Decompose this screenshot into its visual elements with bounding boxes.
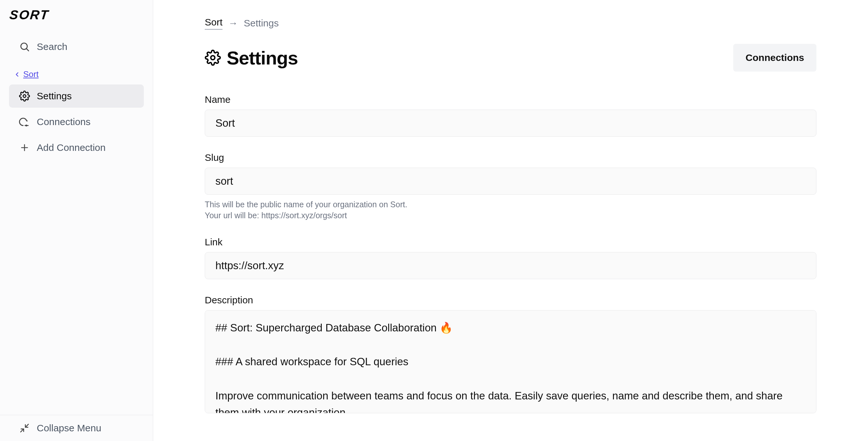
- page-header: Settings Connections: [205, 44, 816, 71]
- svg-point-0: [21, 43, 27, 50]
- gear-icon: [205, 50, 221, 66]
- field-slug: Slug This will be the public name of you…: [205, 152, 816, 221]
- gear-icon: [19, 90, 30, 102]
- sidebar-back[interactable]: Sort: [0, 68, 153, 83]
- chevron-left-icon: [13, 71, 21, 78]
- link-input[interactable]: [205, 252, 816, 279]
- slug-hint: This will be the public name of your org…: [205, 199, 816, 221]
- description-label: Description: [205, 295, 816, 306]
- app-logo: SORT: [0, 8, 154, 32]
- cloud-icon: [19, 116, 30, 128]
- connections-button[interactable]: Connections: [733, 44, 816, 71]
- svg-line-1: [27, 49, 29, 51]
- svg-line-6: [26, 424, 28, 427]
- sidebar-item-connections[interactable]: Connections: [9, 110, 144, 133]
- collapse-icon: [19, 422, 30, 434]
- name-input[interactable]: [205, 109, 816, 137]
- sidebar: SORT Search Sort Settings Connections Ad…: [0, 0, 153, 441]
- svg-point-8: [211, 56, 215, 60]
- page-title: Settings: [227, 47, 298, 69]
- search-icon: [19, 41, 30, 53]
- sidebar-connections-label: Connections: [37, 116, 91, 127]
- sidebar-back-link[interactable]: Sort: [23, 69, 39, 79]
- svg-point-3: [26, 125, 27, 126]
- collapse-menu-label: Collapse Menu: [37, 422, 101, 434]
- main-content: Sort → Settings Settings Connections Nam…: [153, 0, 868, 428]
- slug-input[interactable]: [205, 168, 816, 195]
- breadcrumb: Sort → Settings: [205, 17, 816, 30]
- sidebar-add-connection-label: Add Connection: [37, 142, 106, 153]
- field-description: Description: [205, 295, 816, 415]
- field-link: Link: [205, 237, 816, 279]
- sidebar-item-settings[interactable]: Settings: [9, 85, 144, 108]
- breadcrumb-current: Settings: [244, 18, 279, 29]
- breadcrumb-root[interactable]: Sort: [205, 17, 222, 30]
- slug-hint-line2: Your url will be: https://sort.xyz/orgs/…: [205, 210, 816, 221]
- sidebar-settings-label: Settings: [37, 91, 71, 101]
- sidebar-item-add-connection[interactable]: Add Connection: [9, 136, 144, 159]
- arrow-right-icon: →: [228, 18, 238, 29]
- slug-hint-line1: This will be the public name of your org…: [205, 199, 816, 210]
- collapse-menu[interactable]: Collapse Menu: [9, 416, 144, 440]
- svg-point-2: [23, 95, 26, 98]
- plus-icon: [19, 142, 30, 153]
- field-name: Name: [205, 94, 816, 137]
- name-label: Name: [205, 94, 816, 105]
- search-nav[interactable]: Search: [9, 35, 144, 58]
- description-input[interactable]: [205, 310, 816, 413]
- svg-line-7: [21, 429, 24, 432]
- search-label: Search: [37, 41, 67, 52]
- link-label: Link: [205, 237, 816, 248]
- slug-label: Slug: [205, 152, 816, 163]
